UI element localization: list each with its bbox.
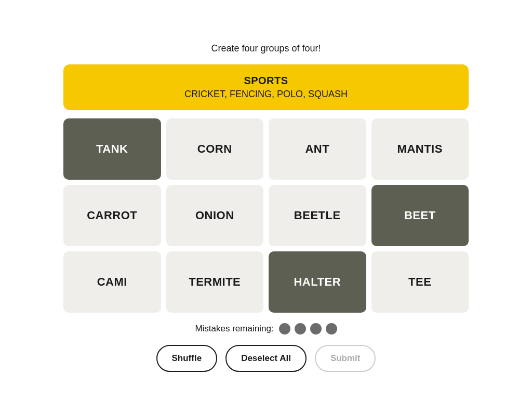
tile-beet[interactable]: BEET [371,185,469,246]
mistake-dot-1 [279,323,290,334]
solved-group-label: SPORTS [72,75,460,87]
game-container: Create four groups of four! SPORTS CRICK… [63,43,469,372]
tile-ant[interactable]: ANT [269,118,366,180]
mistake-dot-3 [310,323,322,334]
tile-beetle[interactable]: BEETLE [269,185,366,246]
buttons-row: Shuffle Deselect All Submit [156,345,376,372]
tile-tank[interactable]: TANK [63,118,161,180]
mistakes-label: Mistakes remaining: [195,324,273,334]
mistake-dot-4 [326,323,337,334]
tile-mantis[interactable]: MANTIS [371,118,469,180]
mistakes-row: Mistakes remaining: [195,323,337,334]
word-grid: TANKCORNANTMANTISCARROTONIONBEETLEBEETCA… [63,118,469,313]
dots-row [279,323,337,334]
tile-cami[interactable]: CAMI [63,251,161,313]
tile-onion[interactable]: ONION [166,185,264,246]
solved-group-words: CRICKET, FENCING, POLO, SQUASH [72,89,460,100]
tile-tee[interactable]: TEE [371,251,469,313]
tile-termite[interactable]: TERMITE [166,251,264,313]
mistake-dot-2 [295,323,306,334]
submit-button[interactable]: Submit [315,345,376,372]
deselect-button[interactable]: Deselect All [225,345,307,372]
solved-group: SPORTS CRICKET, FENCING, POLO, SQUASH [63,64,469,110]
subtitle: Create four groups of four! [211,43,321,54]
tile-corn[interactable]: CORN [166,118,264,180]
tile-halter[interactable]: HALTER [269,251,366,313]
shuffle-button[interactable]: Shuffle [156,345,218,372]
tile-carrot[interactable]: CARROT [63,185,161,246]
